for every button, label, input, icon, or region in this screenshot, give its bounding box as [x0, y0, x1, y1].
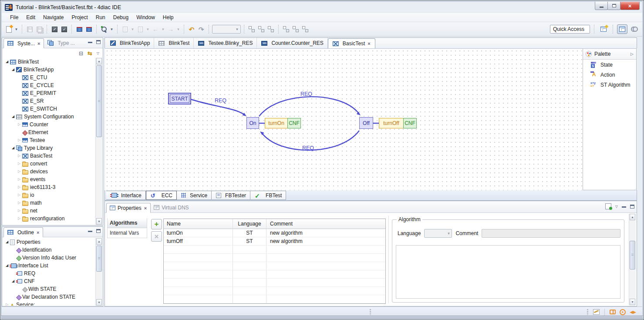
delete-algorithm-button[interactable]: ✕: [151, 231, 162, 242]
tree-item[interactable]: Identification: [3, 246, 95, 254]
menu-item[interactable]: File: [6, 13, 22, 22]
expand-arrow-icon[interactable]: [17, 201, 22, 205]
pin-editor-icon[interactable]: [605, 203, 611, 209]
expand-arrow-icon[interactable]: [10, 280, 16, 283]
algorithm-name-cell[interactable]: turnOn: [164, 229, 233, 237]
drag-handle[interactable]: [587, 309, 588, 315]
tab-virtual-dns[interactable]: Virtual DNS: [151, 202, 192, 212]
maximize-view-icon[interactable]: [96, 40, 101, 44]
tutorial-icon[interactable]: [630, 311, 636, 314]
language-combobox[interactable]: ▼: [424, 229, 452, 238]
zoom-combobox[interactable]: ▼: [212, 25, 241, 34]
ecc-action-output-cnf[interactable]: CNF: [287, 118, 301, 128]
expand-arrow-icon[interactable]: [10, 146, 16, 150]
tree-item[interactable]: Testee: [3, 136, 95, 144]
scroll-down-icon[interactable]: ▼: [96, 299, 102, 306]
menu-item[interactable]: Help: [159, 13, 178, 22]
editor-page-tab[interactable]: Service: [177, 191, 212, 200]
ecc-action-output-cnf[interactable]: CNF: [403, 118, 417, 128]
monitor-system-button[interactable]: [60, 24, 68, 34]
transition-event-label[interactable]: REQ: [302, 145, 314, 151]
scroll-up-icon[interactable]: ▲: [96, 238, 102, 245]
tab-system-explorer[interactable]: Syste... ×: [3, 38, 44, 48]
close-tab-icon[interactable]: ×: [367, 41, 371, 46]
go-into-button[interactable]: [136, 24, 145, 34]
scroll-up-icon[interactable]: ▲: [96, 58, 102, 64]
tree-item[interactable]: reconfiguration: [3, 215, 95, 222]
expand-arrow-icon[interactable]: [17, 178, 22, 181]
menu-item[interactable]: Navigate: [39, 13, 67, 22]
last-edit-dropdown[interactable]: ▼: [130, 24, 135, 34]
view-menu-icon[interactable]: ▽: [97, 51, 99, 55]
tree-item[interactable]: E_SWITCH: [3, 105, 95, 113]
tree-item[interactable]: io: [3, 191, 95, 199]
algorithm-code-editor[interactable]: [396, 245, 620, 299]
tree-item[interactable]: With STATE: [3, 285, 95, 293]
collapse-palette-icon[interactable]: ▷: [631, 52, 634, 56]
algorithm-comment-cell[interactable]: new algorithm: [266, 229, 385, 237]
expand-arrow-icon[interactable]: [4, 240, 10, 244]
close-tab-icon[interactable]: ×: [37, 41, 40, 46]
ecc-state-start[interactable]: START: [168, 93, 191, 104]
editor-page-tab[interactable]: ECC: [146, 191, 177, 200]
properties-section-tab[interactable]: Algorithms: [107, 218, 147, 228]
table-header[interactable]: Name Language Comment: [164, 219, 385, 229]
tree-item[interactable]: E_PERMIT: [3, 89, 95, 97]
undo-button[interactable]: ↶: [187, 24, 196, 34]
layout-tool-button[interactable]: [266, 24, 275, 34]
tab-type-navigator[interactable]: Type ...: [44, 38, 78, 48]
deploy-button[interactable]: [50, 24, 59, 34]
close-window-button[interactable]: ×: [620, 2, 640, 10]
comment-input[interactable]: [482, 229, 620, 238]
properties-scrollbar[interactable]: ▲ ▼: [629, 214, 636, 305]
minimize-view-icon[interactable]: [88, 230, 92, 232]
scroll-down-icon[interactable]: ▼: [96, 218, 102, 225]
minimize-window-button[interactable]: [595, 2, 608, 10]
forward-dropdown[interactable]: ▼: [176, 24, 181, 34]
editor-page-tab[interactable]: FBTest: [250, 191, 286, 200]
expand-arrow-icon[interactable]: [4, 60, 10, 64]
tree-item[interactable]: Interface List: [3, 262, 95, 269]
tab-outline[interactable]: Outline ×: [3, 227, 43, 237]
minimize-view-icon[interactable]: [622, 205, 626, 208]
close-tab-icon[interactable]: ×: [144, 205, 147, 211]
new-wizard-dropdown[interactable]: ▼: [14, 24, 19, 34]
tree-item[interactable]: events: [3, 175, 95, 183]
collapse-all-icon[interactable]: ⊟: [79, 51, 83, 57]
back-button[interactable]: ←: [151, 24, 160, 34]
save-button[interactable]: [25, 24, 34, 34]
algorithm-name-cell[interactable]: turnOff: [164, 237, 233, 245]
ecc-action-algorithm-turnoff[interactable]: turnOff: [379, 118, 404, 128]
ecc-canvas[interactable]: START On Off turnOn CNF turnOff CNF REQ …: [105, 48, 583, 190]
drag-handle[interactable]: [370, 309, 371, 315]
menu-item[interactable]: Run: [92, 13, 109, 22]
save-all-button[interactable]: [35, 24, 44, 34]
tree-item[interactable]: Version Info 4diac User: [3, 254, 95, 262]
tree-item[interactable]: BlinkTestApp: [3, 66, 95, 74]
last-edit-location-button[interactable]: [121, 24, 129, 34]
transition-event-label[interactable]: REQ: [215, 98, 226, 104]
search-dropdown[interactable]: ▼: [109, 24, 114, 34]
palette-item[interactable]: Action: [583, 70, 636, 80]
search-button[interactable]: [100, 24, 108, 34]
view-menu-icon[interactable]: ▽: [615, 205, 618, 209]
layout-tool-button[interactable]: [282, 24, 290, 34]
scroll-up-icon[interactable]: ▲: [630, 214, 635, 220]
tree-item[interactable]: Counter: [3, 121, 95, 128]
minimize-view-icon[interactable]: [88, 41, 92, 43]
notes-icon[interactable]: [593, 309, 600, 315]
outline-scrollbar[interactable]: ▲ ▼: [95, 238, 102, 306]
tree-item[interactable]: E_CYCLE: [3, 81, 95, 89]
tree-item[interactable]: convert: [3, 160, 95, 168]
tree-item[interactable]: Var Declaration STATE: [3, 293, 95, 301]
ecc-action-algorithm-turnon[interactable]: turnOn: [265, 118, 288, 128]
editor-page-tab[interactable]: Interface: [106, 191, 146, 200]
link-with-editor-icon[interactable]: ⇆: [88, 50, 92, 57]
tree-item[interactable]: Ethernet: [3, 128, 95, 136]
expand-arrow-icon[interactable]: [17, 170, 22, 173]
tree-item[interactable]: Service:: [3, 301, 95, 306]
tree-item[interactable]: E_SR: [3, 97, 95, 105]
table-row[interactable]: turnOn ST new algorithm: [164, 229, 385, 237]
maximize-window-button[interactable]: [607, 2, 620, 10]
open-perspective-button[interactable]: [598, 24, 609, 34]
